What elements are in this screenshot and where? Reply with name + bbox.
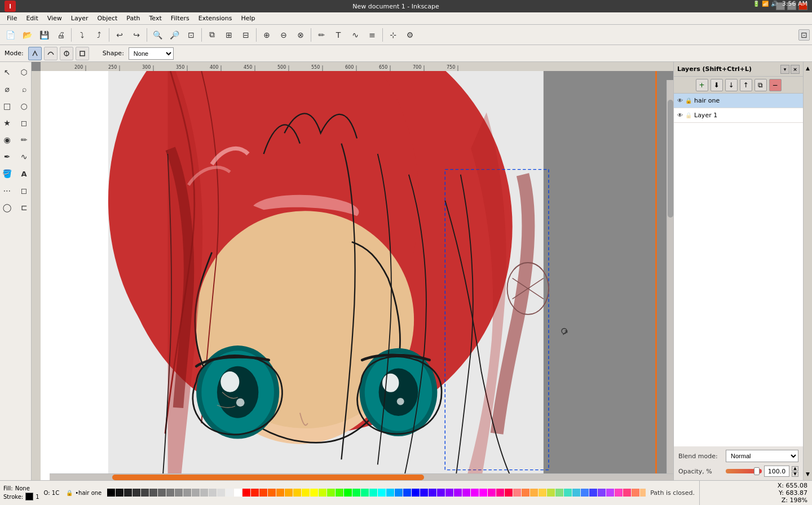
layer-item-layer-1[interactable]: 👁 🔒 Layer 1 [674,108,803,123]
calligraphy-button[interactable]: ∿ [347,27,363,43]
opacity-slider[interactable] [726,469,762,473]
color-swatch[interactable] [420,489,428,497]
color-swatch[interactable] [547,489,555,497]
color-swatch[interactable] [107,489,115,497]
tool-3d[interactable]: ◻ [16,115,32,131]
tool-text[interactable]: A [16,166,32,181]
layers-close-button[interactable]: × [791,65,800,74]
tool-tweak[interactable]: ⌀ [0,81,15,97]
menu-path[interactable]: Path [122,14,144,23]
color-swatch[interactable] [175,489,183,497]
color-swatch[interactable] [116,489,123,497]
layer-lock-hair-one[interactable]: 🔒 [685,98,692,104]
color-swatch[interactable] [632,489,639,497]
color-swatch[interactable] [251,489,259,497]
color-swatch[interactable] [285,489,293,497]
tool-paint-bucket[interactable]: 🪣 [0,166,15,181]
tool-ellipse[interactable]: ○ [16,98,32,114]
color-swatch[interactable] [564,489,572,497]
color-swatch[interactable] [124,489,132,497]
color-swatch[interactable] [555,489,563,497]
color-swatch[interactable] [242,489,250,497]
opacity-thumb[interactable] [754,467,760,475]
color-swatch[interactable] [513,489,521,497]
color-swatch[interactable] [319,489,326,497]
color-swatch[interactable] [276,489,284,497]
color-swatch[interactable] [369,489,377,497]
color-swatch[interactable] [209,489,217,497]
color-swatch[interactable] [429,489,436,497]
color-swatch[interactable] [386,489,394,497]
open-button[interactable]: 📂 [19,27,35,43]
color-palette[interactable] [105,481,646,506]
color-swatch[interactable] [336,489,343,497]
color-swatch[interactable] [293,489,301,497]
color-swatch[interactable] [200,489,208,497]
tool-eraser[interactable]: ◻ [16,183,32,198]
layer-move-to-bottom[interactable]: ⬇ [710,79,723,91]
blend-mode-select[interactable]: Normal Multiply Screen Overlay [726,450,798,462]
color-swatch[interactable] [268,489,276,497]
horizontal-scrollbar[interactable] [50,473,673,480]
canvas-area[interactable]: 200 250 300 350 400 450 500 550 [32,62,673,480]
color-swatch[interactable] [589,489,597,497]
tool-spiral[interactable]: ◉ [0,132,15,148]
node-smooth-button[interactable] [44,47,58,60]
undo-button[interactable]: ↩ [112,27,127,43]
menu-layer[interactable]: Layer [67,14,93,23]
layer-move-down[interactable]: ↓ [725,79,738,91]
menu-help[interactable]: Help [236,14,259,23]
color-swatch[interactable] [445,489,453,497]
color-swatch[interactable] [640,489,646,497]
right-edge-scroll-down[interactable]: ▼ [804,470,812,478]
opacity-increment[interactable]: ▲ [792,466,798,471]
spray-button[interactable]: ⊹ [385,27,401,43]
color-swatch[interactable] [259,489,267,497]
tool-zoom[interactable]: ⌕ [16,81,32,97]
menu-edit[interactable]: Edit [21,14,42,23]
color-swatch[interactable] [310,489,318,497]
node-auto-button[interactable] [76,47,89,60]
opacity-decrement[interactable]: ▼ [792,472,798,477]
color-swatch[interactable] [352,489,360,497]
print-button[interactable]: 🖨 [53,27,69,43]
settings-button[interactable]: ⚙ [402,27,418,43]
color-swatch[interactable] [615,489,623,497]
color-swatch[interactable] [505,489,513,497]
color-swatch[interactable] [327,489,335,497]
color-swatch[interactable] [166,489,174,497]
tool-selector[interactable]: ↖ [0,64,15,80]
tool-calligraphy[interactable]: ∿ [16,149,32,165]
color-swatch[interactable] [133,489,140,497]
import-button[interactable]: ⤵ [74,27,90,43]
color-swatch[interactable] [395,489,403,497]
color-swatch[interactable] [183,489,191,497]
color-swatch[interactable] [192,489,200,497]
tool-star[interactable]: ★ [0,115,15,131]
zoom-fit-button[interactable]: ⊡ [183,27,199,43]
color-swatch[interactable] [598,489,606,497]
layer-visibility-layer-1[interactable]: 👁 [677,112,683,118]
color-swatch[interactable] [158,489,166,497]
layer-add-button[interactable]: + [696,79,708,91]
path-intersect-button[interactable]: ⊗ [293,27,308,43]
menu-text[interactable]: Text [145,14,166,23]
tool-rect[interactable]: □ [0,98,15,114]
path-union-button[interactable]: ⊕ [259,27,275,43]
color-swatch[interactable] [217,489,225,497]
color-swatch[interactable] [471,489,479,497]
redo-button[interactable]: ↪ [129,27,144,43]
color-swatch[interactable] [302,489,310,497]
color-swatch[interactable] [344,489,352,497]
stroke-color-swatch[interactable] [25,493,33,500]
color-swatch[interactable] [412,489,420,497]
tool-eyedropper[interactable]: ◯ [0,200,15,215]
layer-move-up[interactable]: ↑ [740,79,752,91]
layers-settings-button[interactable]: ▾ [780,65,789,74]
right-edge-scroll-up[interactable]: ▲ [804,64,812,72]
tool-spray[interactable]: ⋯ [0,183,15,198]
canvas-content[interactable]: ↗ [41,71,673,480]
menu-file[interactable]: File [2,14,21,23]
color-swatch[interactable] [479,489,487,497]
color-swatch[interactable] [462,489,470,497]
